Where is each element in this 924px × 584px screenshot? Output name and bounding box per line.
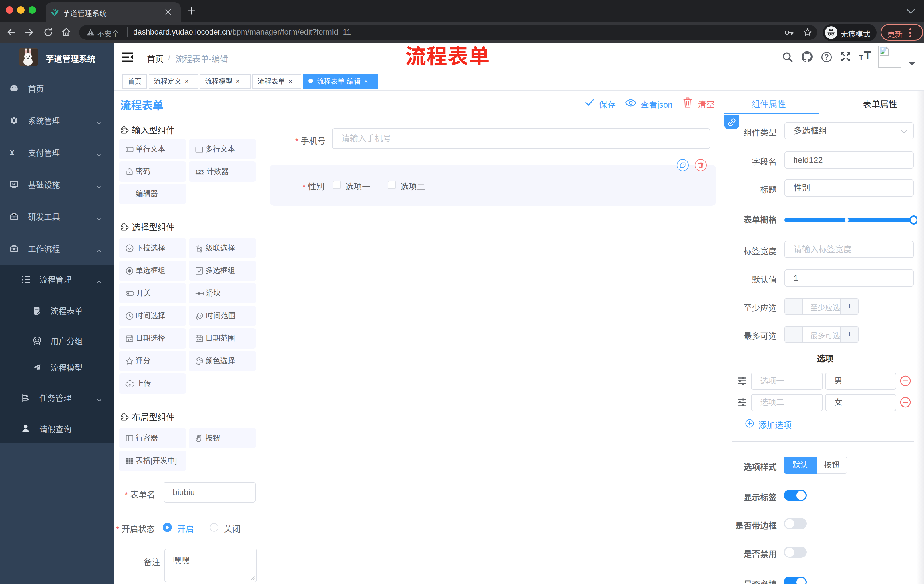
svg-text:123: 123	[195, 169, 204, 175]
